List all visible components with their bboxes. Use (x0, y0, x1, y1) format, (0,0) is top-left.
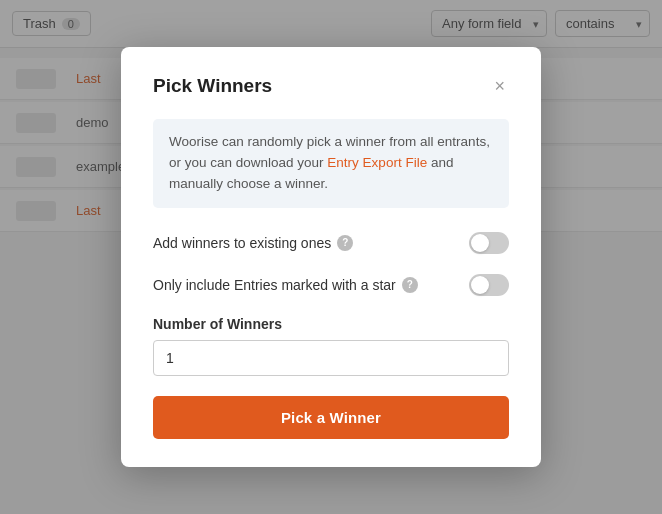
pick-winners-modal: Pick Winners × Woorise can randomly pick… (121, 47, 541, 467)
option1-label-group: Add winners to existing ones ? (153, 235, 353, 251)
pick-winner-button[interactable]: Pick a Winner (153, 396, 509, 439)
modal-backdrop: Pick Winners × Woorise can randomly pick… (0, 0, 662, 514)
option2-help-icon[interactable]: ? (402, 277, 418, 293)
entry-export-link[interactable]: Entry Export File (327, 155, 427, 170)
option2-row: Only include Entries marked with a star … (153, 274, 509, 296)
option1-slider (469, 232, 509, 254)
winners-field-group: Number of Winners (153, 316, 509, 376)
modal-header: Pick Winners × (153, 75, 509, 97)
option2-label-text: Only include Entries marked with a star (153, 277, 396, 293)
modal-close-button[interactable]: × (490, 75, 509, 97)
modal-title: Pick Winners (153, 75, 272, 97)
option2-slider (469, 274, 509, 296)
option2-label-group: Only include Entries marked with a star … (153, 277, 418, 293)
option2-toggle[interactable] (469, 274, 509, 296)
modal-info-box: Woorise can randomly pick a winner from … (153, 119, 509, 208)
option1-toggle[interactable] (469, 232, 509, 254)
option1-help-icon[interactable]: ? (337, 235, 353, 251)
winners-label: Number of Winners (153, 316, 509, 332)
winners-input[interactable] (153, 340, 509, 376)
option1-row: Add winners to existing ones ? (153, 232, 509, 254)
option1-label-text: Add winners to existing ones (153, 235, 331, 251)
